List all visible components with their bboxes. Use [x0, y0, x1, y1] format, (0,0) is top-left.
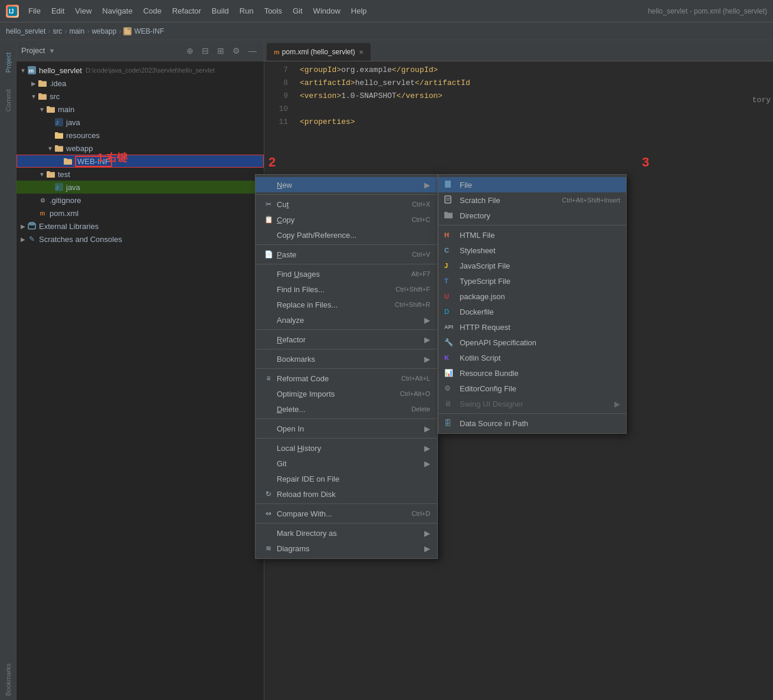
ctx-item-new[interactable]: New ▶: [256, 177, 437, 192]
submenu-label-html: HTML File: [460, 231, 620, 240]
menu-build[interactable]: Build: [207, 4, 234, 18]
tab-bar: m pom.xml (hello_servlet) ✕: [264, 40, 773, 61]
close-icon[interactable]: —: [246, 45, 259, 57]
ctx-item-bookmarks[interactable]: Bookmarks ▶: [256, 351, 437, 367]
ctx-item-open-in[interactable]: Open In ▶: [256, 421, 437, 436]
expand-icon[interactable]: ⊞: [215, 45, 227, 57]
ctx-item-cut[interactable]: ✂ Cut Ctrl+X: [256, 197, 437, 212]
submenu-label-resource-bundle: Resource Bundle: [460, 369, 620, 378]
sidebar-icon-bookmarks[interactable]: Bookmarks: [1, 662, 15, 698]
ctx-item-local-history[interactable]: Local History ▶: [256, 440, 437, 456]
code-line-11: <properties>: [300, 116, 767, 129]
ctx-item-optimize[interactable]: Optimize Imports Ctrl+Alt+O: [256, 386, 437, 401]
submenu-item-swing[interactable]: 🖥 Swing UI Designer ▶: [438, 396, 626, 411]
ctx-item-paste[interactable]: 📄 Paste Ctrl+V: [256, 247, 437, 262]
breadcrumb-item[interactable]: src: [53, 27, 62, 35]
ctx-item-compare[interactable]: ⇔ Compare With... Ctrl+D: [256, 506, 437, 521]
menu-view[interactable]: View: [70, 4, 96, 18]
tab-close-button[interactable]: ✕: [359, 49, 363, 55]
tree-item-external-libs[interactable]: ▶ External Libraries: [17, 220, 264, 233]
menu-run[interactable]: Run: [235, 4, 258, 18]
menu-file[interactable]: File: [24, 4, 45, 18]
breadcrumb-item[interactable]: WEB-INF: [134, 27, 164, 35]
submenu-arrow: ▶: [424, 529, 430, 538]
tree-item-java-test[interactable]: ▶ J java: [17, 181, 264, 194]
submenu-item-directory[interactable]: Directory: [438, 208, 626, 223]
project-header-actions: ⊕ ⊟ ⊞ ⚙ —: [184, 45, 259, 57]
submenu-item-http[interactable]: API HTTP Request: [438, 319, 626, 335]
code-line-9: <version>1.0-SNAPSHOT</version>: [300, 90, 767, 103]
settings-icon[interactable]: ⚙: [230, 45, 243, 57]
tree-item-resources[interactable]: ▶ resources: [17, 129, 264, 142]
submenu-item-scratch[interactable]: Scratch File Ctrl+Alt+Shift+Insert: [438, 192, 626, 208]
ctx-label-optimize: Optimize Imports: [277, 390, 395, 398]
menu-code[interactable]: Code: [139, 4, 166, 18]
editorconfig-icon: ⚙: [444, 384, 456, 392]
submenu-arrow: ▶: [424, 424, 430, 433]
tree-item-hello-servlet[interactable]: ▼ m hello_servlet D:\code\java_code\2023…: [17, 64, 264, 77]
submenu-item-js[interactable]: J JavaScript File: [438, 258, 626, 273]
editor-tab-pomxml[interactable]: m pom.xml (hello_servlet) ✕: [267, 43, 371, 61]
tree-item-gitignore[interactable]: ▶ ⚙ .gitignore: [17, 194, 264, 207]
tree-item-test[interactable]: ▼ test: [17, 168, 264, 181]
tree-item-pomxml[interactable]: ▶ m pom.xml: [17, 207, 264, 220]
sidebar-icon-project[interactable]: Project: [1, 45, 15, 80]
breadcrumb-item[interactable]: hello_servlet: [6, 27, 45, 35]
ctx-item-reformat[interactable]: ≡ Reformat Code Ctrl+Alt+L: [256, 371, 437, 386]
ctx-item-copy-path[interactable]: Copy Path/Reference...: [256, 227, 437, 243]
submenu-item-kotlin[interactable]: K Kotlin Script: [438, 350, 626, 365]
ctx-item-mark-dir[interactable]: Mark Directory as ▶: [256, 525, 437, 541]
submenu-item-stylesheet[interactable]: C Stylesheet: [438, 243, 626, 258]
menu-help[interactable]: Help: [346, 4, 372, 18]
ctx-label-mark-dir: Mark Directory as: [277, 529, 422, 538]
tree-item-java1[interactable]: ▶ J java: [17, 116, 264, 129]
tree-item-webinf[interactable]: ▶ WEB-INF: [17, 155, 264, 168]
swing-icon: 🖥: [444, 400, 456, 408]
submenu-item-datasource[interactable]: 🗄 Data Source in Path: [438, 416, 626, 431]
submenu-label-directory: Directory: [460, 211, 620, 220]
collapse-icon[interactable]: ⊟: [199, 45, 211, 57]
ctx-item-repair-ide[interactable]: Repair IDE on File: [256, 471, 437, 486]
sidebar-icon-commit[interactable]: Commit: [1, 83, 15, 118]
ctx-item-find-files[interactable]: Find in Files... Ctrl+Shift+F: [256, 282, 437, 297]
submenu-item-html[interactable]: H HTML File: [438, 227, 626, 243]
docker-icon: D: [444, 308, 456, 315]
menu-tools[interactable]: Tools: [260, 4, 287, 18]
submenu-item-ts[interactable]: T TypeScript File: [438, 273, 626, 289]
ctx-item-reload[interactable]: ↻ Reload from Disk: [256, 486, 437, 502]
menu-edit[interactable]: Edit: [47, 4, 69, 18]
tree-item-scratches[interactable]: ▶ ✎ Scratches and Consoles: [17, 233, 264, 246]
ctx-item-find-usages[interactable]: Find Usages Alt+F7: [256, 266, 437, 282]
ctx-label-delete: Delete...: [277, 405, 407, 414]
submenu-item-dockerfile[interactable]: D Dockerfile: [438, 304, 626, 319]
tree-item-idea[interactable]: ▶ .idea: [17, 77, 264, 90]
ctx-item-replace-files[interactable]: Replace in Files... Ctrl+Shift+R: [256, 297, 437, 312]
locate-icon[interactable]: ⊕: [184, 45, 196, 57]
submenu-arrow: ▶: [424, 544, 430, 553]
breadcrumb-item[interactable]: main: [69, 27, 84, 35]
submenu-item-packagejson[interactable]: U package.json: [438, 289, 626, 304]
ctx-item-git[interactable]: Git ▶: [256, 456, 437, 471]
submenu-item-openapi[interactable]: 🔧 OpenAPI Specification: [438, 335, 626, 350]
openapi-icon: 🔧: [444, 338, 456, 346]
project-panel-title: Project: [21, 46, 45, 55]
submenu-label-swing: Swing UI Designer: [460, 400, 612, 408]
breadcrumb-item[interactable]: webapp: [91, 27, 116, 35]
resource-bundle-icon: 📊: [444, 369, 456, 377]
submenu-item-file[interactable]: File: [438, 177, 626, 192]
menu-navigate[interactable]: Navigate: [97, 4, 137, 18]
submenu-item-resource-bundle[interactable]: 📊 Resource Bundle: [438, 365, 626, 381]
ctx-item-analyze[interactable]: Analyze ▶: [256, 312, 437, 328]
tree-item-src[interactable]: ▼ src: [17, 90, 264, 103]
menu-git[interactable]: Git: [288, 4, 307, 18]
ctx-item-copy[interactable]: 📋 Copy Ctrl+C: [256, 212, 437, 227]
tree-item-main[interactable]: ▼ main: [17, 103, 264, 116]
menu-window[interactable]: Window: [309, 4, 345, 18]
submenu-label-kotlin: Kotlin Script: [460, 354, 620, 362]
ctx-item-refactor[interactable]: Refactor ▶: [256, 332, 437, 347]
menu-refactor[interactable]: Refactor: [168, 4, 206, 18]
submenu-item-editorconfig[interactable]: ⚙ EditorConfig File: [438, 381, 626, 396]
tree-item-webapp[interactable]: ▼ webapp: [17, 142, 264, 155]
ctx-item-diagrams[interactable]: ≋ Diagrams ▶: [256, 541, 437, 556]
ctx-item-delete[interactable]: Delete... Delete: [256, 401, 437, 417]
